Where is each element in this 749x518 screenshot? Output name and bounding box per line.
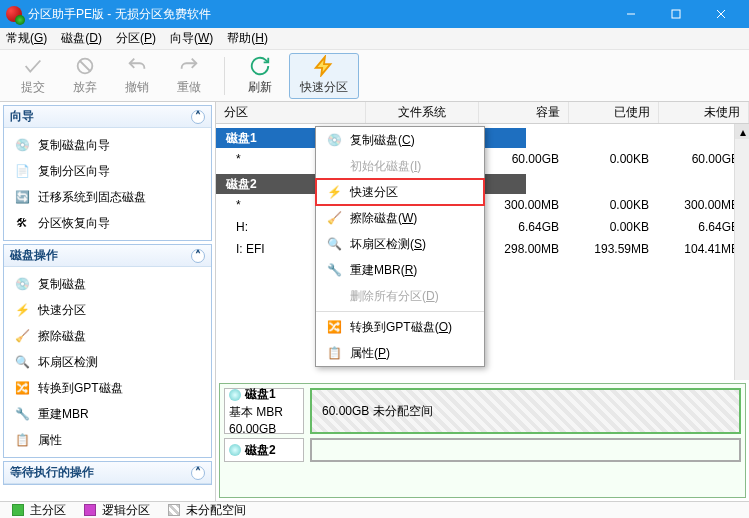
toolbar: 提交 放弃 撤销 重做 刷新 快速分区: [0, 50, 749, 102]
window-title: 分区助手PE版 - 无损分区免费软件: [28, 6, 608, 23]
ctx-delete-all: 删除所有分区(D): [316, 283, 484, 309]
menu-wizard[interactable]: 向导(W): [170, 30, 213, 47]
bad-sector-icon: 🔍: [14, 354, 30, 370]
col-filesystem[interactable]: 文件系统: [366, 102, 479, 123]
sidebar-item-properties[interactable]: 📋属性: [4, 427, 211, 453]
sidebar-item-quick-partition[interactable]: ⚡快速分区: [4, 297, 211, 323]
disk-bar-1[interactable]: 60.00GB 未分配空间: [310, 388, 741, 434]
wipe-disk-icon: 🧹: [14, 328, 30, 344]
col-capacity[interactable]: 容量: [479, 102, 569, 123]
separator: [316, 311, 484, 312]
sidebar-item-migrate-ssd[interactable]: 🔄迁移系统到固态磁盘: [4, 184, 211, 210]
disk-icon: [229, 389, 241, 401]
menu-help[interactable]: 帮助(H): [227, 30, 268, 47]
bad-sector-icon: 🔍: [326, 236, 342, 252]
legend: 主分区 逻辑分区 未分配空间: [0, 501, 749, 518]
close-button[interactable]: [698, 0, 743, 28]
svg-line-5: [80, 61, 91, 72]
ctx-bad-sector[interactable]: 🔍坏扇区检测(S): [316, 231, 484, 257]
sidebar: 向导˄ 💿复制磁盘向导 📄复制分区向导 🔄迁移系统到固态磁盘 🛠分区恢复向导 磁…: [0, 102, 216, 501]
commit-button[interactable]: 提交: [10, 53, 56, 99]
rebuild-mbr-icon: 🔧: [326, 262, 342, 278]
gpt-icon: 🔀: [14, 380, 30, 396]
wizard-panel-header[interactable]: 向导˄: [4, 106, 211, 128]
sidebar-item-copy-disk[interactable]: 💿复制磁盘: [4, 271, 211, 297]
wizard-panel: 向导˄ 💿复制磁盘向导 📄复制分区向导 🔄迁移系统到固态磁盘 🛠分区恢复向导: [3, 105, 212, 241]
properties-icon: 📋: [14, 432, 30, 448]
unallocated-segment[interactable]: 60.00GB 未分配空间: [312, 390, 739, 432]
migrate-ssd-icon: 🔄: [14, 189, 30, 205]
ctx-properties[interactable]: 📋属性(P): [316, 340, 484, 366]
part-recover-icon: 🛠: [14, 215, 30, 231]
vertical-scrollbar[interactable]: ▴: [734, 124, 749, 380]
ctx-wipe-disk[interactable]: 🧹擦除磁盘(W): [316, 205, 484, 231]
redo-button[interactable]: 重做: [166, 53, 212, 99]
chevron-up-icon: ˄: [191, 249, 205, 263]
sidebar-item-copy-partition-wizard[interactable]: 📄复制分区向导: [4, 158, 211, 184]
svg-rect-1: [672, 10, 680, 18]
scroll-up-icon[interactable]: ▴: [735, 124, 749, 139]
rebuild-mbr-icon: 🔧: [14, 406, 30, 422]
ctx-convert-gpt[interactable]: 🔀转换到GPT磁盘(O): [316, 314, 484, 340]
menu-partition[interactable]: 分区(P): [116, 30, 156, 47]
diskops-panel: 磁盘操作˄ 💿复制磁盘 ⚡快速分区 🧹擦除磁盘 🔍坏扇区检测 🔀转换到GPT磁盘…: [3, 244, 212, 458]
col-used[interactable]: 已使用: [569, 102, 659, 123]
legend-primary: 主分区: [12, 502, 66, 519]
ctx-quick-partition[interactable]: ⚡快速分区: [316, 179, 484, 205]
discard-button[interactable]: 放弃: [62, 53, 108, 99]
legend-logical: 逻辑分区: [84, 502, 150, 519]
minimize-button[interactable]: [608, 0, 653, 28]
ctx-copy-disk[interactable]: 💿复制磁盘(C): [316, 127, 484, 153]
ctx-init-disk: 初始化磁盘(I): [316, 153, 484, 179]
chevron-up-icon: ˄: [191, 466, 205, 480]
sidebar-item-rebuild-mbr[interactable]: 🔧重建MBR: [4, 401, 211, 427]
disk-bar-2[interactable]: [310, 438, 741, 462]
diskops-panel-header[interactable]: 磁盘操作˄: [4, 245, 211, 267]
maximize-button[interactable]: [653, 0, 698, 28]
sidebar-item-bad-sector[interactable]: 🔍坏扇区检测: [4, 349, 211, 375]
properties-icon: 📋: [326, 345, 342, 361]
col-unused[interactable]: 未使用: [659, 102, 749, 123]
refresh-button[interactable]: 刷新: [237, 53, 283, 99]
copy-disk-icon: 💿: [14, 276, 30, 292]
sidebar-item-partition-recovery[interactable]: 🛠分区恢复向导: [4, 210, 211, 236]
col-partition[interactable]: 分区: [216, 102, 366, 123]
disk-icon: [229, 444, 241, 456]
disk-label-1: 磁盘1 基本 MBR 60.00GB: [224, 388, 304, 434]
menu-general[interactable]: 常规(G): [6, 30, 47, 47]
sidebar-item-convert-gpt[interactable]: 🔀转换到GPT磁盘: [4, 375, 211, 401]
titlebar: 分区助手PE版 - 无损分区免费软件: [0, 0, 749, 28]
legend-unalloc: 未分配空间: [168, 502, 246, 519]
wipe-disk-icon: 🧹: [326, 210, 342, 226]
separator: [224, 57, 225, 95]
pending-panel: 等待执行的操作˄: [3, 461, 212, 485]
copy-part-icon: 📄: [14, 163, 30, 179]
chevron-up-icon: ˄: [191, 110, 205, 124]
app-icon: [6, 6, 22, 22]
undo-button[interactable]: 撤销: [114, 53, 160, 99]
disk-label-2: 磁盘2: [224, 438, 304, 462]
sidebar-item-copy-disk-wizard[interactable]: 💿复制磁盘向导: [4, 132, 211, 158]
menubar: 常规(G) 磁盘(D) 分区(P) 向导(W) 帮助(H): [0, 28, 749, 50]
pending-panel-header[interactable]: 等待执行的操作˄: [4, 462, 211, 484]
copy-disk-icon: 💿: [326, 132, 342, 148]
context-menu: 💿复制磁盘(C) 初始化磁盘(I) ⚡快速分区 🧹擦除磁盘(W) 🔍坏扇区检测(…: [315, 126, 485, 367]
disk-viewer-row-2[interactable]: 磁盘2: [224, 438, 741, 462]
copy-disk-icon: 💿: [14, 137, 30, 153]
ctx-rebuild-mbr[interactable]: 🔧重建MBR(R): [316, 257, 484, 283]
quick-part-icon: ⚡: [326, 184, 342, 200]
quick-part-icon: ⚡: [14, 302, 30, 318]
gpt-icon: 🔀: [326, 319, 342, 335]
sidebar-item-wipe-disk[interactable]: 🧹擦除磁盘: [4, 323, 211, 349]
column-headers: 分区 文件系统 容量 已使用 未使用: [216, 102, 749, 124]
menu-disk[interactable]: 磁盘(D): [61, 30, 102, 47]
disk-viewer: 磁盘1 基本 MBR 60.00GB 60.00GB 未分配空间 磁盘2: [219, 383, 746, 498]
disk-viewer-row-1[interactable]: 磁盘1 基本 MBR 60.00GB 60.00GB 未分配空间: [224, 388, 741, 434]
quick-partition-button[interactable]: 快速分区: [289, 53, 359, 99]
